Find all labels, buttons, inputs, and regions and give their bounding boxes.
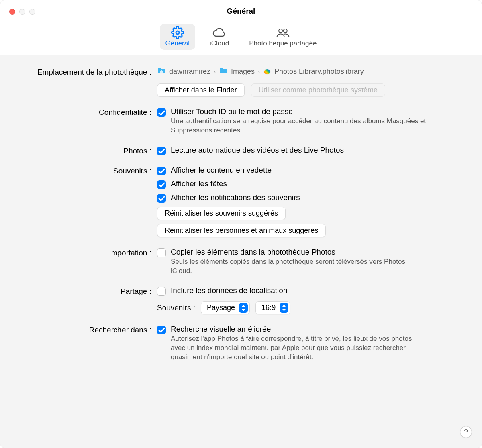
tab-general[interactable]: Général [160, 24, 195, 50]
cloud-icon [212, 26, 227, 39]
folder-icon [219, 67, 228, 76]
holidays-label: Afficher les fêtes [171, 179, 227, 188]
breadcrumb-file: Photos Library.photoslibrary [274, 67, 364, 76]
titlebar: Général [0, 0, 482, 22]
holidays-checkbox[interactable] [157, 180, 166, 189]
breadcrumb-user: dawnramirez [169, 67, 210, 76]
include-location-checkbox[interactable] [157, 287, 166, 296]
chevron-right-icon: › [258, 68, 260, 75]
featured-label: Afficher le contenu en vedette [171, 166, 272, 175]
copy-items-checkbox[interactable] [157, 248, 166, 257]
library-path-breadcrumb: dawnramirez › Images › Photos Library.ph… [157, 67, 466, 76]
row-search: Rechercher dans : Recherche visuelle amé… [12, 325, 466, 362]
memories-sublabel: Souvenirs : [157, 303, 195, 312]
reset-suggested-memories-button[interactable]: Réinitialiser les souvenirs suggérés [157, 207, 286, 220]
aspect-ratio-select[interactable]: 16:9 [255, 301, 290, 314]
search-label: Rechercher dans : [12, 325, 157, 334]
import-label: Importation : [12, 248, 157, 257]
zoom-window-button[interactable] [29, 9, 35, 15]
home-folder-icon [157, 67, 166, 76]
row-memories: Souvenirs : Afficher le contenu en vedet… [12, 166, 466, 237]
help-button[interactable]: ? [460, 426, 472, 438]
row-photos: Photos : Lecture automatique des vidéos … [12, 146, 466, 155]
photos-library-icon [264, 69, 271, 75]
minimize-window-button[interactable] [19, 9, 25, 15]
photos-label: Photos : [12, 146, 157, 155]
gear-icon [170, 26, 185, 39]
featured-checkbox[interactable] [157, 167, 166, 175]
use-as-system-library-button: Utiliser comme photothèque système [251, 83, 385, 97]
autoplay-checkbox[interactable] [157, 147, 166, 155]
orientation-select[interactable]: Paysage [201, 301, 250, 314]
svg-point-0 [176, 31, 179, 34]
autoplay-label: Lecture automatique des vidéos et des Li… [171, 146, 344, 155]
preferences-tabs: Général iCloud Photothèque partagée [0, 22, 482, 55]
preferences-window: Général Général iCloud Photothèque parta… [0, 0, 482, 448]
svg-point-1 [279, 29, 282, 33]
privacy-label: Confidentialité : [12, 107, 157, 117]
stepper-icon [239, 303, 248, 313]
traffic-lights [9, 9, 35, 15]
copy-items-label: Copier les éléments dans la photothèque … [171, 248, 428, 257]
row-import: Importation : Copier les éléments dans l… [12, 248, 466, 276]
window-title: Général [8, 7, 474, 16]
memories-notifications-checkbox[interactable] [157, 194, 166, 203]
enhanced-visual-search-checkbox[interactable] [157, 326, 166, 334]
content-area: Emplacement de la photothèque : dawnrami… [0, 55, 482, 448]
close-window-button[interactable] [9, 9, 15, 15]
chevron-right-icon: › [214, 68, 216, 75]
enhanced-visual-search-description: Autorisez l'app Photos à faire correspon… [171, 334, 428, 362]
memories-notifications-label: Afficher les notifications des souvenirs [171, 193, 300, 202]
reset-people-pets-button[interactable]: Réinitialiser les personnes et animaux s… [157, 224, 326, 237]
row-library-location: Emplacement de la photothèque : dawnrami… [12, 67, 466, 97]
copy-items-description: Seuls les éléments copiés dans la photot… [171, 257, 428, 276]
include-location-label: Inclure les données de localisation [171, 286, 287, 295]
row-privacy: Confidentialité : Utiliser Touch ID ou l… [12, 107, 466, 135]
breadcrumb-folder: Images [231, 67, 255, 76]
touch-id-description: Une authentification sera requise pour a… [171, 117, 428, 135]
people-icon [276, 26, 290, 39]
orientation-value: Paysage [207, 303, 235, 312]
memories-label: Souvenirs : [12, 166, 157, 175]
tab-icloud-label: iCloud [210, 39, 229, 47]
touch-id-label: Utiliser Touch ID ou le mot de passe [171, 107, 428, 116]
tab-shared-library[interactable]: Photothèque partagée [243, 24, 322, 50]
aspect-value: 16:9 [261, 303, 276, 312]
stepper-icon [280, 303, 288, 313]
show-in-finder-button[interactable]: Afficher dans le Finder [157, 83, 245, 97]
tab-general-label: Général [165, 39, 190, 47]
svg-point-2 [284, 29, 287, 33]
touch-id-checkbox[interactable] [157, 108, 166, 117]
tab-icloud[interactable]: iCloud [204, 24, 235, 50]
tab-shared-label: Photothèque partagée [249, 39, 317, 47]
row-sharing: Partage : Inclure les données de localis… [12, 286, 466, 314]
library-location-label: Emplacement de la photothèque : [12, 67, 157, 77]
enhanced-visual-search-label: Recherche visuelle améliorée [171, 325, 428, 334]
sharing-label: Partage : [12, 286, 157, 296]
help-icon: ? [464, 428, 468, 436]
